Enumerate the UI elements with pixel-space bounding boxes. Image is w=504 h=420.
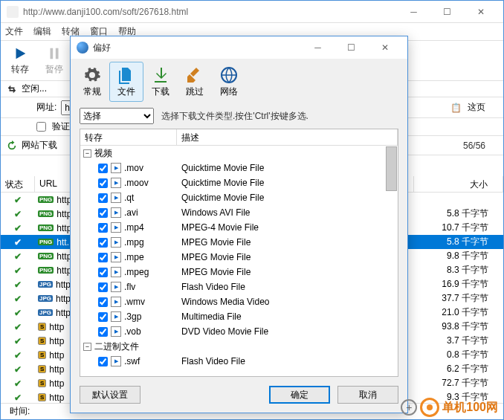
url-text: http xyxy=(49,378,64,389)
menu-edit[interactable]: 编辑 xyxy=(33,25,51,38)
desc-cell: MPEG Movie File xyxy=(177,267,398,277)
ext-cell: ▶.vob xyxy=(80,326,177,337)
filetype-item[interactable]: ▶.mpeMPEG Movie File xyxy=(80,250,398,265)
filetype-checkbox[interactable] xyxy=(98,208,108,218)
filetype-checkbox[interactable] xyxy=(98,178,108,188)
status-cell: ✔ xyxy=(1,378,35,389)
scrollbar-thumb[interactable] xyxy=(386,146,397,191)
url-text: http xyxy=(56,280,71,290)
preferences-dialog: 偏好 ─ ☐ ✕ 常规 文件 下载 跳过 网络 选择 xyxy=(70,36,408,413)
filetype-checkbox[interactable] xyxy=(98,253,108,262)
ext-text: .mpg xyxy=(124,237,144,248)
group-header[interactable]: −视频 xyxy=(80,146,398,161)
close-button[interactable]: ✕ xyxy=(464,1,497,22)
filetype-item[interactable]: ▶.swfFlash Video File xyxy=(80,354,398,369)
status-cell: ✔ xyxy=(1,195,35,205)
main-titlebar: http://www.danji100.com/soft/267618.html… xyxy=(1,1,503,23)
ext-cell: ▶.mpeg xyxy=(80,267,177,277)
check-icon: ✔ xyxy=(14,195,22,205)
save-button[interactable]: 转存 xyxy=(5,45,35,76)
refresh-icon[interactable] xyxy=(7,140,17,151)
size-cell: 10.7 千字节 xyxy=(414,222,503,234)
file-icon: ▶ xyxy=(111,297,121,307)
dialog-buttons: 默认设置 确定 取消 xyxy=(71,383,407,413)
ext-text: .wmv xyxy=(124,297,145,307)
filetype-checkbox[interactable] xyxy=(98,223,108,233)
verify-checkbox[interactable] xyxy=(36,122,46,132)
filetype-checkbox[interactable] xyxy=(98,193,108,203)
collapse-icon[interactable]: − xyxy=(83,149,91,158)
filetype-item[interactable]: ▶.mpegMPEG Movie File xyxy=(80,265,398,280)
filetype-item[interactable]: ▶.moovQuicktime Movie File xyxy=(80,175,398,190)
filetype-checkbox[interactable] xyxy=(98,327,108,337)
status-cell: ✔ xyxy=(1,265,35,276)
filetype-checkbox[interactable] xyxy=(98,357,108,366)
menu-file[interactable]: 文件 xyxy=(5,25,23,38)
tab-general[interactable]: 常规 xyxy=(75,62,109,102)
check-icon: ✔ xyxy=(14,392,22,403)
th-status[interactable]: 状态 xyxy=(1,176,35,192)
status-cell: ✔ xyxy=(1,308,35,318)
check-icon: ✔ xyxy=(14,378,22,389)
watermark: + 单机100网 xyxy=(401,398,498,417)
copy-icon[interactable]: 📋 xyxy=(448,100,463,115)
ext-text: .flv xyxy=(124,282,135,292)
filetype-checkbox[interactable] xyxy=(98,312,108,322)
tab-skip[interactable]: 跳过 xyxy=(178,62,212,102)
url-text: http xyxy=(56,308,71,318)
group-header[interactable]: −二进制文件 xyxy=(80,339,398,354)
dialog-title: 偏好 xyxy=(93,42,301,54)
filetype-item[interactable]: ▶.3gpMultimedia File xyxy=(80,309,398,324)
download-tab[interactable]: 网站下载 xyxy=(22,139,57,152)
pause-button[interactable]: 暂停 xyxy=(39,45,69,76)
cancel-button[interactable]: 取消 xyxy=(337,386,398,404)
tab-skip-label: 跳过 xyxy=(186,85,204,98)
ext-text: .mpe xyxy=(124,252,144,262)
filetype-item[interactable]: ▶.mp4MPEG-4 Movie File xyxy=(80,220,398,235)
tab-download[interactable]: 下载 xyxy=(143,62,178,102)
filetype-checkbox[interactable] xyxy=(98,238,108,248)
verify-label: 验证 xyxy=(52,120,70,133)
filetype-checkbox[interactable] xyxy=(98,297,108,307)
ext-cell: ▶.mov xyxy=(80,163,177,173)
filetype-badge: JPG xyxy=(38,309,53,316)
filetype-item[interactable]: ▶.aviWindows AVI File xyxy=(80,205,398,220)
lh-ext[interactable]: 转存 xyxy=(80,129,177,145)
lh-desc[interactable]: 描述 xyxy=(177,129,398,145)
ok-button[interactable]: 确定 xyxy=(269,386,330,404)
status-cell: ✔ xyxy=(1,251,35,262)
maximize-button[interactable]: ☐ xyxy=(430,1,464,22)
ext-cell: ▶.moov xyxy=(80,178,177,188)
check-icon: ✔ xyxy=(14,265,22,276)
filetype-item[interactable]: ▶.qtQuicktime Movie File xyxy=(80,190,398,205)
filetype-badge: PNG xyxy=(38,267,54,274)
ext-text: .3gp xyxy=(124,311,141,322)
tab-file-label: 文件 xyxy=(117,85,135,98)
tab-general-label: 常规 xyxy=(83,85,101,98)
filetype-badge: S xyxy=(38,337,46,345)
filter-select[interactable]: 选择 xyxy=(80,108,154,124)
filetype-item[interactable]: ▶.wmvWindows Media Video xyxy=(80,294,398,309)
filetype-item[interactable]: ▶.mpgMPEG Movie File xyxy=(80,235,398,250)
dialog-close[interactable]: ✕ xyxy=(368,37,401,58)
filetype-checkbox[interactable] xyxy=(98,282,108,292)
filetype-item[interactable]: ▶.flvFlash Video File xyxy=(80,280,398,294)
th-size[interactable]: 大小 xyxy=(414,176,503,192)
dialog-minimize[interactable]: ─ xyxy=(301,37,335,58)
defaults-button[interactable]: 默认设置 xyxy=(80,386,140,404)
filetype-checkbox[interactable] xyxy=(98,164,108,173)
check-icon: ✔ xyxy=(14,336,22,346)
pause-label: 暂停 xyxy=(45,63,63,76)
filetype-item[interactable]: ▶.vobDVD Video Movie File xyxy=(80,324,398,339)
status-cell: ✔ xyxy=(1,209,35,219)
list-body[interactable]: −视频▶.movQuicktime Movie File▶.moovQuickt… xyxy=(80,146,398,376)
filetype-checkbox[interactable] xyxy=(98,268,108,277)
dialog-maximize[interactable]: ☐ xyxy=(335,37,368,58)
tab-network[interactable]: 网络 xyxy=(212,62,246,102)
desc-cell: MPEG Movie File xyxy=(177,252,398,262)
minimize-button[interactable]: ─ xyxy=(397,1,430,22)
tab-file[interactable]: 文件 xyxy=(109,62,143,102)
status-cell: ✔ xyxy=(1,237,35,248)
filetype-item[interactable]: ▶.movQuicktime Movie File xyxy=(80,161,398,175)
collapse-icon[interactable]: − xyxy=(83,343,91,351)
